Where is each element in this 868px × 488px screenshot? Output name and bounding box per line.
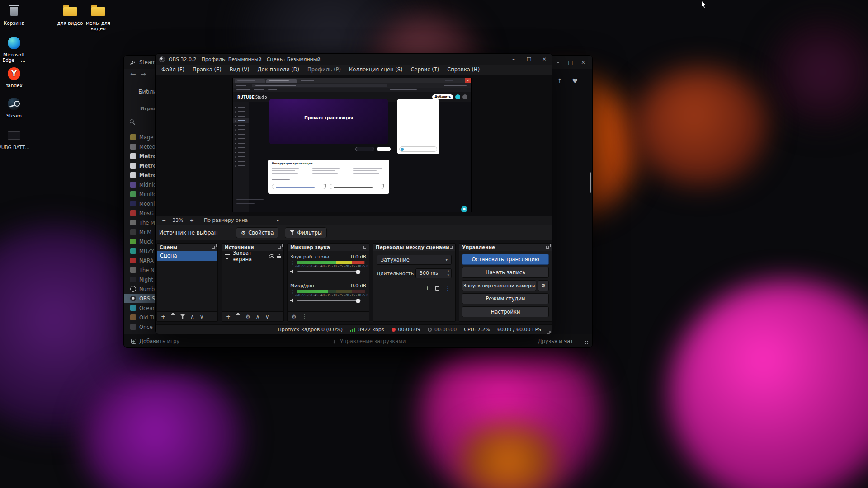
desktop-icon-folder-memes[interactable]: мемы для видео — [81, 4, 115, 31]
steam-app-label[interactable]: Steam — [139, 59, 156, 66]
game-name: The N — [139, 267, 155, 273]
spin-down-icon[interactable]: ∨ — [447, 273, 449, 277]
stop-streaming-button[interactable]: Остановить трансляцию — [462, 254, 549, 265]
menu-view[interactable]: Вид (V) — [226, 66, 254, 73]
friends-list-toggle[interactable] — [585, 334, 586, 348]
zoom-fit-select[interactable]: По размеру окна — [204, 217, 248, 223]
menu-help[interactable]: Справка (H) — [443, 66, 484, 73]
popout-icon[interactable] — [212, 246, 215, 249]
menu-edit[interactable]: Правка (E) — [189, 66, 226, 73]
copy-icon — [380, 186, 382, 188]
zoom-out-button[interactable]: − — [162, 217, 166, 223]
scene-item-selected[interactable]: Сцена — [157, 251, 217, 261]
volume-slider[interactable] — [297, 271, 361, 272]
close-button[interactable]: × — [537, 54, 552, 65]
remove-source-button[interactable] — [236, 314, 240, 319]
icon-label: Microsoft Edge —… — [3, 52, 26, 63]
transition-select[interactable]: Затухание ▾ — [377, 255, 452, 265]
icon-label: PUBG BATT… — [0, 145, 30, 150]
remove-transition-button[interactable] — [435, 286, 439, 291]
duration-input[interactable]: 300 ms ∧∨ — [415, 268, 452, 278]
channel-menu-icon[interactable]: ⋮ — [291, 290, 295, 295]
zoom-in-button[interactable]: + — [190, 217, 194, 223]
menu-docks[interactable]: Док-панели (D) — [254, 66, 304, 73]
close-button[interactable]: × — [577, 56, 590, 69]
source-properties-button[interactable]: ⚙ — [245, 314, 250, 320]
fps-counter: 60.00 / 60.00 FPS — [497, 327, 541, 333]
wallpaper-blob — [669, 280, 868, 488]
visibility-eye-icon[interactable] — [269, 254, 274, 258]
move-scene-up-button[interactable]: ∧ — [190, 314, 194, 320]
gear-icon: ⚙ — [541, 283, 546, 289]
maximize-button[interactable]: □ — [564, 56, 577, 69]
volume-slider[interactable] — [297, 300, 361, 301]
desktop-icon-yandex[interactable]: Y Yandex — [0, 66, 31, 88]
remove-scene-button[interactable] — [171, 314, 175, 319]
resize-grip[interactable] — [549, 331, 551, 333]
popout-icon[interactable] — [363, 246, 366, 249]
move-source-up-button[interactable]: ∧ — [256, 314, 260, 320]
add-game-button[interactable]: + Добавить игру — [131, 334, 179, 348]
recording-indicator-icon — [428, 328, 432, 332]
studio-mode-button[interactable]: Режим студии — [462, 293, 549, 304]
advanced-audio-icon[interactable]: ⚙ — [292, 314, 297, 320]
steam-footer: + Добавить игру ↑ Управление загрузками … — [124, 334, 592, 347]
popout-icon[interactable] — [278, 246, 281, 249]
mixer-menu-icon[interactable]: ⋮ — [302, 314, 307, 320]
downloads-button[interactable]: ↑ Управление загрузками — [332, 334, 406, 348]
popout-icon[interactable] — [546, 246, 549, 249]
menu-tools[interactable]: Сервис (T) — [407, 66, 443, 73]
desktop-icon-edge[interactable]: Microsoft Edge —… — [0, 35, 31, 63]
move-source-down-button[interactable]: ∨ — [265, 314, 269, 320]
back-button[interactable]: ← — [130, 70, 136, 78]
add-transition-button[interactable]: + — [425, 285, 430, 291]
menu-file[interactable]: Файл (F) — [157, 66, 189, 73]
friends-chat-button[interactable]: Друзья и чат — [538, 334, 573, 348]
add-scene-button[interactable]: + — [161, 314, 165, 320]
desktop-icon-steam[interactable]: Steam — [0, 96, 31, 118]
minimize-button[interactable]: – — [506, 54, 521, 65]
preview-area[interactable]: × RUTUBE Studio Добавить — [156, 75, 552, 216]
signal-icon — [350, 328, 355, 332]
status-bar: Пропуск кадров 0 (0.0%) 8922 kbps 00:00:… — [156, 324, 552, 334]
game-icon — [130, 144, 136, 150]
move-scene-down-button[interactable]: ∨ — [200, 314, 204, 320]
forward-button[interactable]: → — [141, 70, 146, 78]
scene-filters-button[interactable] — [180, 314, 185, 319]
virtual-camera-button[interactable]: Запуск виртуальной камеры — [462, 280, 536, 291]
scrollbar-thumb[interactable] — [590, 172, 591, 193]
maximize-button[interactable]: □ — [521, 54, 537, 65]
spin-up-icon[interactable]: ∧ — [447, 269, 449, 273]
search-icon[interactable] — [130, 119, 134, 123]
chevron-down-icon[interactable]: ▾ — [277, 218, 279, 223]
obs-titlebar[interactable]: OBS 32.0.2 - Профиль: Безымянный - Сцены… — [156, 54, 552, 65]
start-recording-button[interactable]: Начать запись — [462, 267, 549, 278]
desktop-icon-recycle-bin[interactable]: Корзина — [0, 4, 31, 26]
heart-icon[interactable]: ♥ — [572, 77, 578, 84]
desktop-icon-pubg[interactable]: PUBG BATT… — [0, 128, 31, 150]
copy-icon — [322, 186, 324, 188]
display-capture-icon — [225, 254, 230, 258]
game-icon — [130, 248, 136, 254]
game-icon — [130, 296, 136, 301]
lock-icon[interactable] — [277, 256, 281, 258]
filters-button[interactable]: Фильтры — [285, 227, 327, 238]
properties-button[interactable]: ⚙ Свойства — [236, 227, 278, 238]
speaker-icon[interactable] — [290, 269, 295, 274]
game-icon — [130, 210, 136, 216]
transition-menu-icon[interactable]: ⋮ — [445, 285, 451, 291]
virtual-camera-settings-button[interactable]: ⚙ — [538, 280, 549, 291]
cpu-usage: CPU: 7.2% — [464, 327, 490, 333]
settings-button[interactable]: Настройки — [462, 306, 549, 317]
minimize-button[interactable]: – — [552, 56, 564, 69]
speaker-icon[interactable] — [290, 298, 295, 303]
channel-menu-icon[interactable]: ⋮ — [291, 261, 295, 266]
menu-scene-collection[interactable]: Коллекция сцен (S) — [345, 66, 406, 73]
add-source-button[interactable]: + — [226, 314, 231, 320]
transitions-dock: Переходы между сценами Затухание ▾ Длите… — [373, 243, 456, 322]
menu-profile[interactable]: Профиль (P) — [303, 66, 345, 73]
page-up-icon[interactable]: ↑ — [557, 77, 562, 84]
source-item[interactable]: Захват экрана — [222, 251, 283, 261]
popout-icon[interactable] — [450, 246, 453, 249]
icon-label: мемы для видео — [86, 20, 110, 31]
